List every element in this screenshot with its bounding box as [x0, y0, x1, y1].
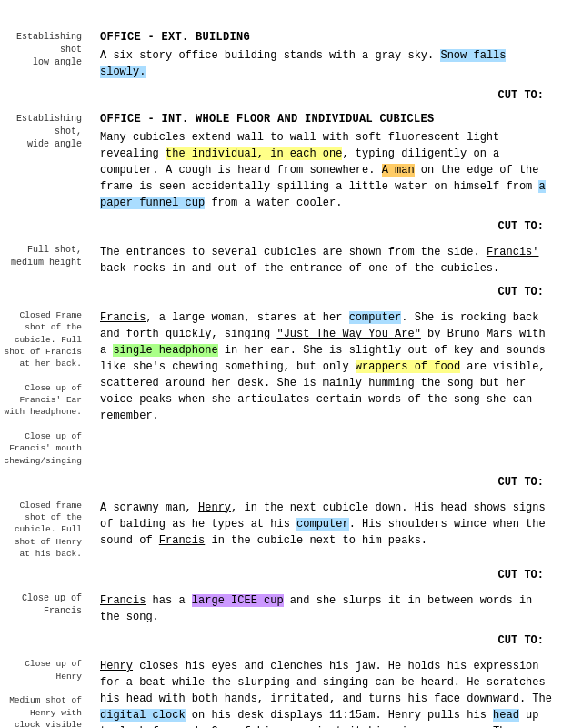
- screenplay-page: Establishing shotlow angle OFFICE - EXT.…: [0, 18, 562, 728]
- scene-block-6: Close up of Francis Francis has a large …: [0, 589, 562, 629]
- scene-content-4: Francis, a large woman, stares at her co…: [91, 309, 562, 467]
- highlight-individual: the individual, in each one: [166, 147, 342, 160]
- highlight-francis-name-3: Francis: [100, 594, 146, 607]
- scene-block-4: Closed Frame shot of the cubicle. Full s…: [0, 306, 562, 470]
- scene-text-4: Francis, a large woman, stares at her co…: [100, 309, 553, 424]
- cut-to-5: CUT TO:: [0, 569, 562, 581]
- highlight-head: head: [493, 709, 519, 722]
- scene-block-3: Full shot,medium height The entrances to…: [0, 240, 562, 280]
- scene-block-5: Closed frame shot of the cubicle. Full s…: [0, 496, 562, 563]
- scene-content-3: The entrances to several cubicles are sh…: [91, 244, 562, 277]
- highlight-clock: digital clock: [100, 709, 186, 722]
- highlight-francis-name-2: Francis: [159, 534, 205, 547]
- highlight-headphone: single headphone: [113, 344, 217, 357]
- highlight-man: A man: [382, 164, 415, 177]
- scene-content-7: Henry closes his eyes and clenches his j…: [91, 658, 562, 728]
- highlight-francis-1: Francis': [487, 246, 539, 258]
- scene-text-1: A six story office building stands with …: [100, 47, 553, 80]
- scene-block-7: Close up of HenryMedium shot of Henry wi…: [0, 654, 562, 728]
- highlight-henry-name-1: Henry: [198, 501, 231, 514]
- shot-label-7: Close up of HenryMedium shot of Henry wi…: [0, 658, 91, 728]
- scene-block-1: Establishing shotlow angle OFFICE - EXT.…: [0, 27, 562, 84]
- cut-to-6: CUT TO:: [0, 634, 562, 647]
- shot-label-5: Closed frame shot of the cubicle. Full s…: [0, 500, 91, 560]
- cut-to-1: CUT TO:: [0, 89, 562, 102]
- scene-text-3: The entrances to several cubicles are sh…: [100, 244, 553, 277]
- highlight-funnel-cup: a paper funnel cup: [100, 180, 546, 209]
- cut-to-4: CUT TO:: [0, 476, 562, 489]
- highlight-henry-name-2: Henry: [100, 660, 133, 672]
- shot-label-6: Close up of Francis: [0, 592, 91, 625]
- shot-label-2: Establishing shot,wide angle: [0, 113, 91, 211]
- scene-block-2: Establishing shot,wide angle OFFICE - IN…: [0, 109, 562, 215]
- shot-label-3: Full shot,medium height: [0, 244, 91, 277]
- scene-heading-1: OFFICE - EXT. BUILDING: [100, 31, 553, 44]
- scene-content-6: Francis has a large ICEE cup and she slu…: [91, 592, 562, 625]
- highlight-icee: large ICEE cup: [192, 594, 284, 607]
- highlight-francis-name-1: Francis: [100, 311, 146, 324]
- highlight-snow: Snow falls slowly.: [100, 49, 506, 78]
- shot-label-1: Establishing shotlow angle: [0, 31, 91, 80]
- shot-label-4: Closed Frame shot of the cubicle. Full s…: [0, 309, 91, 467]
- scene-content-5: A scrawny man, Henry, in the next cubicl…: [91, 500, 562, 560]
- scene-text-6: Francis has a large ICEE cup and she slu…: [100, 592, 553, 625]
- scene-text-2: Many cubicles extend wall to wall with s…: [100, 129, 553, 211]
- highlight-song: "Just The Way You Are": [276, 328, 420, 340]
- highlight-computer-2: computer: [296, 518, 349, 531]
- scene-heading-2: OFFICE - INT. WHOLE FLOOR AND INDIVIDUAL…: [100, 113, 553, 126]
- scene-text-5: A scrawny man, Henry, in the next cubicl…: [100, 500, 553, 549]
- highlight-wrappers: wrappers of food: [356, 360, 460, 373]
- highlight-computer-1: computer: [349, 311, 402, 324]
- scene-text-7: Henry closes his eyes and clenches his j…: [100, 658, 553, 728]
- cut-to-2: CUT TO:: [0, 220, 562, 233]
- scene-content-1: OFFICE - EXT. BUILDING A six story offic…: [91, 31, 562, 80]
- scene-content-2: OFFICE - INT. WHOLE FLOOR AND INDIVIDUAL…: [91, 113, 562, 211]
- cut-to-3: CUT TO:: [0, 286, 562, 298]
